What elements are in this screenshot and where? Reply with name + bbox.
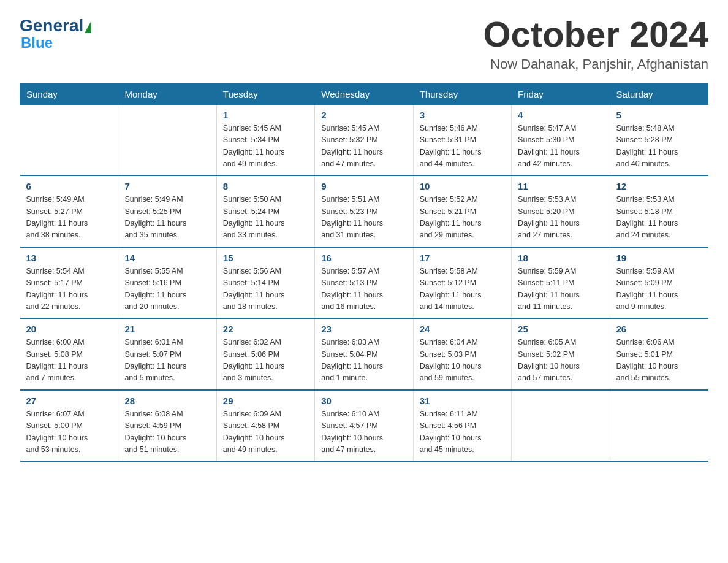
logo-blue-text: Blue [21,34,53,52]
day-info: Sunrise: 5:45 AMSunset: 5:32 PMDaylight:… [321,123,406,170]
day-info: Sunrise: 5:57 AMSunset: 5:13 PMDaylight:… [321,266,406,313]
logo-triangle-icon [85,21,91,33]
day-number: 13 [26,253,112,263]
calendar-cell: 15Sunrise: 5:56 AMSunset: 5:14 PMDayligh… [216,247,314,319]
calendar-cell: 30Sunrise: 6:10 AMSunset: 4:57 PMDayligh… [315,390,413,462]
day-info: Sunrise: 5:51 AMSunset: 5:23 PMDaylight:… [321,194,406,242]
day-info: Sunrise: 5:59 AMSunset: 5:09 PMDaylight:… [616,266,702,313]
calendar-body: 1Sunrise: 5:45 AMSunset: 5:34 PMDaylight… [20,104,708,461]
day-info: Sunrise: 6:01 AMSunset: 5:07 PMDaylight:… [124,337,210,385]
calendar-cell: 31Sunrise: 6:11 AMSunset: 4:56 PMDayligh… [413,390,511,462]
day-number: 27 [26,396,112,406]
day-number: 6 [26,181,112,191]
location-subtitle: Now Dahanak, Panjshir, Afghanistan [483,56,708,72]
calendar-cell: 24Sunrise: 6:04 AMSunset: 5:03 PMDayligh… [413,318,511,390]
calendar-cell: 20Sunrise: 6:00 AMSunset: 5:08 PMDayligh… [20,318,118,390]
day-info: Sunrise: 5:53 AMSunset: 5:18 PMDaylight:… [616,194,702,242]
day-number: 22 [223,324,308,334]
day-info: Sunrise: 6:02 AMSunset: 5:06 PMDaylight:… [223,337,308,385]
calendar-cell: 17Sunrise: 5:58 AMSunset: 5:12 PMDayligh… [413,247,511,319]
day-info: Sunrise: 6:09 AMSunset: 4:58 PMDaylight:… [223,408,308,456]
calendar-cell: 29Sunrise: 6:09 AMSunset: 4:58 PMDayligh… [216,390,314,462]
day-info: Sunrise: 5:52 AMSunset: 5:21 PMDaylight:… [420,194,505,242]
day-number: 20 [26,324,112,334]
day-number: 2 [321,110,406,120]
calendar-week-5: 27Sunrise: 6:07 AMSunset: 5:00 PMDayligh… [20,390,708,462]
calendar-table: Sunday Monday Tuesday Wednesday Thursday… [20,83,708,462]
day-number: 7 [124,181,210,191]
calendar-cell: 14Sunrise: 5:55 AMSunset: 5:16 PMDayligh… [118,247,216,319]
day-number: 3 [420,110,505,120]
calendar-header: Sunday Monday Tuesday Wednesday Thursday… [20,83,708,104]
page-header: General Blue October 2024 Now Dahanak, P… [20,15,708,72]
col-wednesday: Wednesday [315,83,413,104]
day-number: 29 [223,396,308,406]
col-sunday: Sunday [20,83,118,104]
day-number: 10 [420,181,505,191]
day-number: 17 [420,253,505,263]
day-info: Sunrise: 6:08 AMSunset: 4:59 PMDaylight:… [124,408,210,456]
calendar-cell [610,390,708,462]
day-number: 28 [124,396,210,406]
calendar-week-4: 20Sunrise: 6:00 AMSunset: 5:08 PMDayligh… [20,318,708,390]
day-number: 31 [420,396,505,406]
day-info: Sunrise: 6:06 AMSunset: 5:01 PMDaylight:… [616,337,702,385]
day-number: 16 [321,253,406,263]
calendar-cell: 9Sunrise: 5:51 AMSunset: 5:23 PMDaylight… [315,175,413,247]
col-friday: Friday [512,83,610,104]
calendar-cell: 12Sunrise: 5:53 AMSunset: 5:18 PMDayligh… [610,175,708,247]
day-info: Sunrise: 5:56 AMSunset: 5:14 PMDaylight:… [223,266,308,313]
day-number: 9 [321,181,406,191]
calendar-cell: 7Sunrise: 5:49 AMSunset: 5:25 PMDaylight… [118,175,216,247]
day-number: 21 [124,324,210,334]
day-number: 11 [518,181,603,191]
calendar-cell: 13Sunrise: 5:54 AMSunset: 5:17 PMDayligh… [20,247,118,319]
day-info: Sunrise: 5:47 AMSunset: 5:30 PMDaylight:… [518,123,603,170]
day-info: Sunrise: 6:10 AMSunset: 4:57 PMDaylight:… [321,408,406,456]
calendar-cell: 25Sunrise: 6:05 AMSunset: 5:02 PMDayligh… [512,318,610,390]
calendar-cell: 6Sunrise: 5:49 AMSunset: 5:27 PMDaylight… [20,175,118,247]
day-info: Sunrise: 6:11 AMSunset: 4:56 PMDaylight:… [420,408,505,456]
day-info: Sunrise: 5:49 AMSunset: 5:27 PMDaylight:… [26,194,112,242]
day-info: Sunrise: 5:48 AMSunset: 5:28 PMDaylight:… [616,123,702,170]
logo-general-text: General [20,17,91,34]
col-thursday: Thursday [413,83,511,104]
calendar-cell: 16Sunrise: 5:57 AMSunset: 5:13 PMDayligh… [315,247,413,319]
day-number: 15 [223,253,308,263]
calendar-week-3: 13Sunrise: 5:54 AMSunset: 5:17 PMDayligh… [20,247,708,319]
day-number: 30 [321,396,406,406]
day-number: 8 [223,181,308,191]
header-row: Sunday Monday Tuesday Wednesday Thursday… [20,83,708,104]
logo-general-label: General [20,17,83,34]
day-number: 24 [420,324,505,334]
day-info: Sunrise: 5:55 AMSunset: 5:16 PMDaylight:… [124,266,210,313]
day-info: Sunrise: 6:04 AMSunset: 5:03 PMDaylight:… [420,337,505,385]
day-info: Sunrise: 5:50 AMSunset: 5:24 PMDaylight:… [223,194,308,242]
calendar-cell: 19Sunrise: 5:59 AMSunset: 5:09 PMDayligh… [610,247,708,319]
day-info: Sunrise: 6:03 AMSunset: 5:04 PMDaylight:… [321,337,406,385]
day-number: 19 [616,253,702,263]
calendar-cell: 23Sunrise: 6:03 AMSunset: 5:04 PMDayligh… [315,318,413,390]
calendar-cell: 4Sunrise: 5:47 AMSunset: 5:30 PMDaylight… [512,104,610,175]
day-number: 26 [616,324,702,334]
calendar-cell: 8Sunrise: 5:50 AMSunset: 5:24 PMDaylight… [216,175,314,247]
day-info: Sunrise: 5:45 AMSunset: 5:34 PMDaylight:… [223,123,308,170]
col-monday: Monday [118,83,216,104]
day-number: 12 [616,181,702,191]
calendar-cell: 22Sunrise: 6:02 AMSunset: 5:06 PMDayligh… [216,318,314,390]
calendar-cell: 26Sunrise: 6:06 AMSunset: 5:01 PMDayligh… [610,318,708,390]
calendar-cell: 3Sunrise: 5:46 AMSunset: 5:31 PMDaylight… [413,104,511,175]
day-info: Sunrise: 6:07 AMSunset: 5:00 PMDaylight:… [26,408,112,456]
day-info: Sunrise: 6:00 AMSunset: 5:08 PMDaylight:… [26,337,112,385]
col-tuesday: Tuesday [216,83,314,104]
day-number: 4 [518,110,603,120]
logo: General Blue [20,17,91,52]
day-info: Sunrise: 5:58 AMSunset: 5:12 PMDaylight:… [420,266,505,313]
day-info: Sunrise: 6:05 AMSunset: 5:02 PMDaylight:… [518,337,603,385]
calendar-cell: 18Sunrise: 5:59 AMSunset: 5:11 PMDayligh… [512,247,610,319]
day-info: Sunrise: 5:54 AMSunset: 5:17 PMDaylight:… [26,266,112,313]
day-number: 1 [223,110,308,120]
calendar-cell [512,390,610,462]
day-number: 23 [321,324,406,334]
calendar-cell [118,104,216,175]
